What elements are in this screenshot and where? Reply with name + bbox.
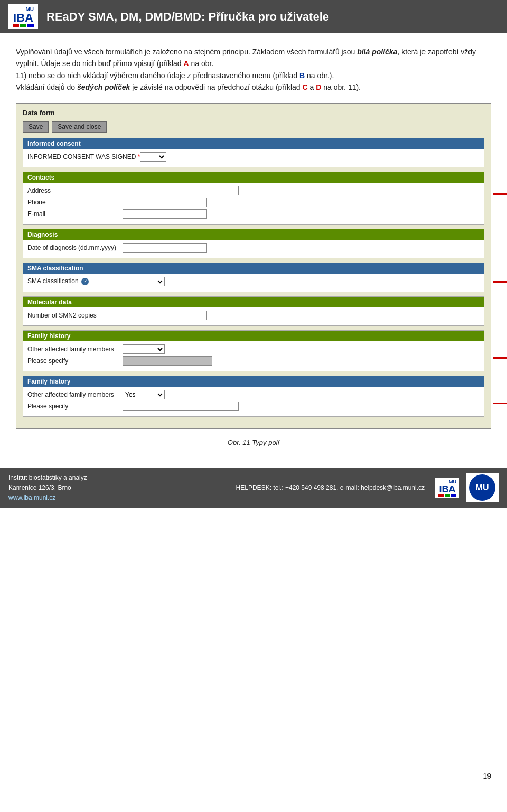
sma-section: SMA classification SMA classification ? …	[23, 263, 484, 292]
arrow-a-line	[493, 191, 507, 197]
diagnosis-section: Diagnosis Date of diagnosis (dd.mm.yyyy)	[23, 229, 484, 258]
family-history-1-body: Other affected family members Yes No Ple…	[23, 341, 484, 371]
molecular-section: Molecular data Number of SMN2 copies	[23, 296, 484, 326]
sma-help-icon[interactable]: ?	[81, 278, 89, 285]
family-specify-label-1: Please specify	[27, 357, 123, 365]
phone-input[interactable]	[123, 198, 207, 207]
sma-field-label: SMA classification ?	[27, 277, 123, 285]
family-other-row-1: Other affected family members Yes No	[27, 344, 480, 354]
header: MU IBA REaDY SMA, DM, DMD/BMD: Příručka …	[0, 0, 507, 33]
arrow-c-container: C	[493, 352, 507, 364]
diagnosis-body: Date of diagnosis (dd.mm.yyyy)	[23, 240, 484, 258]
informed-consent-header: Informed consent	[23, 138, 484, 149]
family-other-select-1[interactable]: Yes No	[123, 344, 165, 354]
informed-consent-body: INFORMED CONSENT WAS SIGNED * Yes No	[23, 149, 484, 167]
footer-institute: Institut biostatistiky a analýz	[8, 473, 226, 483]
molecular-header: Molecular data	[23, 297, 484, 307]
arrow-b-line	[493, 278, 507, 285]
intro-bold-policka: bílá políčka	[357, 48, 397, 56]
contacts-header: Contacts	[23, 172, 484, 183]
figure-caption: Obr. 11 Typy polí	[16, 438, 491, 446]
save-button[interactable]: Save	[23, 121, 49, 133]
footer-website[interactable]: www.iba.muni.cz	[8, 493, 226, 503]
sma-select[interactable]: 1 2 3	[123, 277, 165, 286]
footer-bar-r	[438, 494, 444, 497]
diagnosis-row: Date of diagnosis (dd.mm.yyyy)	[27, 243, 480, 253]
intro-bold-sedych: šedých políček	[77, 83, 130, 91]
phone-row: Phone	[27, 198, 480, 207]
intro-text: Vyplňování údajů ve všech formulářích je…	[16, 46, 491, 94]
form-title: Data form	[23, 109, 484, 117]
diagnosis-input[interactable]	[123, 243, 207, 253]
molecular-input[interactable]	[123, 311, 207, 320]
footer-helpdesk: HELPDESK: tel.: +420 549 498 281, e-mail…	[236, 484, 425, 491]
intro-label-d: D	[316, 83, 321, 91]
sma-row: SMA classification ? 1 2 3	[27, 277, 480, 286]
family-history-2-body: Other affected family members Yes No Ple…	[23, 387, 484, 416]
family-other-label-1: Other affected family members	[27, 346, 123, 353]
form-outer: Data form Save Save and close Informed c…	[16, 103, 491, 429]
sma-field-label-text: SMA classification	[27, 277, 79, 285]
intro-line2: 11) nebo se do nich vkládají výběrem dan…	[16, 70, 491, 81]
intro-line1: Vyplňování údajů ve všech formulářích je…	[16, 46, 491, 70]
footer-bar-g	[445, 494, 450, 497]
family-history-2-header: Family history	[23, 376, 484, 387]
footer-mu-circle: MU	[469, 474, 495, 501]
family-history-2-section: Family history Other affected family mem…	[23, 376, 484, 417]
email-input[interactable]	[123, 209, 207, 219]
intro-line3: Vkládání údajů do šedých políček je závi…	[16, 81, 491, 93]
arrow-b-shaft	[493, 281, 507, 283]
molecular-row: Number of SMN2 copies	[27, 311, 480, 320]
intro-label-b: B	[299, 71, 305, 80]
arrow-d-shaft	[493, 403, 507, 404]
phone-label: Phone	[27, 199, 123, 206]
address-row: Address	[27, 186, 480, 195]
family-specify-row-1: Please specify	[27, 356, 480, 366]
intro-label-c: C	[302, 83, 307, 91]
footer-logo-bar	[438, 494, 456, 497]
footer-logo-mu: MU	[466, 473, 499, 502]
contacts-body: Address Phone E-mail	[23, 183, 484, 224]
save-close-button[interactable]: Save and close	[52, 121, 107, 133]
informed-consent-row: INFORMED CONSENT WAS SIGNED * Yes No	[27, 152, 480, 162]
arrow-a-shaft	[493, 193, 507, 195]
family-other-select-2[interactable]: Yes No	[123, 390, 165, 399]
address-input[interactable]	[123, 186, 239, 195]
family-specify-row-2: Please specify	[27, 402, 480, 411]
header-title: REaDY SMA, DM, DMD/BMD: Příručka pro uži…	[46, 10, 329, 24]
logo-bar-green	[20, 24, 26, 27]
header-logo: MU IBA	[8, 4, 38, 29]
sma-header: SMA classification	[23, 263, 484, 274]
molecular-label: Number of SMN2 copies	[27, 312, 123, 319]
diagnosis-label: Date of diagnosis (dd.mm.yyyy)	[27, 244, 123, 251]
email-label: E-mail	[27, 210, 123, 218]
sma-body: SMA classification ? 1 2 3	[23, 274, 484, 292]
family-other-row-2: Other affected family members Yes No	[27, 390, 480, 399]
informed-consent-select[interactable]: Yes No	[140, 152, 166, 162]
main-content: Vyplňování údajů ve všech formulářích je…	[0, 33, 507, 459]
logo-iba-text: IBA	[13, 12, 33, 24]
email-row: E-mail	[27, 209, 480, 219]
family-other-label-2: Other affected family members	[27, 391, 123, 398]
contacts-section: Contacts Address Phone E-mail	[23, 172, 484, 225]
arrow-a-container: A	[493, 188, 507, 200]
footer-logos: MU IBA MU	[435, 473, 499, 502]
family-specify-gray-input-1	[123, 356, 212, 366]
footer-address: Kamenice 126/3, Brno	[8, 483, 226, 493]
arrow-c-line	[493, 354, 507, 361]
family-specify-input-2[interactable]	[123, 402, 239, 411]
molecular-body: Number of SMN2 copies	[23, 307, 484, 325]
footer: Institut biostatistiky a analýz Kamenice…	[0, 468, 507, 509]
informed-consent-section: Informed consent INFORMED CONSENT WAS SI…	[23, 138, 484, 167]
footer-left: Institut biostatistiky a analýz Kamenice…	[8, 473, 226, 503]
logo-bar-blue	[27, 24, 34, 27]
arrow-d-container: D	[493, 397, 507, 409]
intro-label-a: A	[184, 59, 189, 68]
family-specify-label-2: Please specify	[27, 403, 123, 410]
footer-iba-text: IBA	[439, 484, 456, 494]
logo-bar-red	[13, 24, 19, 27]
form-buttons: Save Save and close	[23, 121, 484, 133]
diagnosis-header: Diagnosis	[23, 229, 484, 240]
page-wrapper: MU IBA REaDY SMA, DM, DMD/BMD: Příručka …	[0, 0, 507, 812]
form-illustration: Data form Save Save and close Informed c…	[16, 103, 491, 429]
